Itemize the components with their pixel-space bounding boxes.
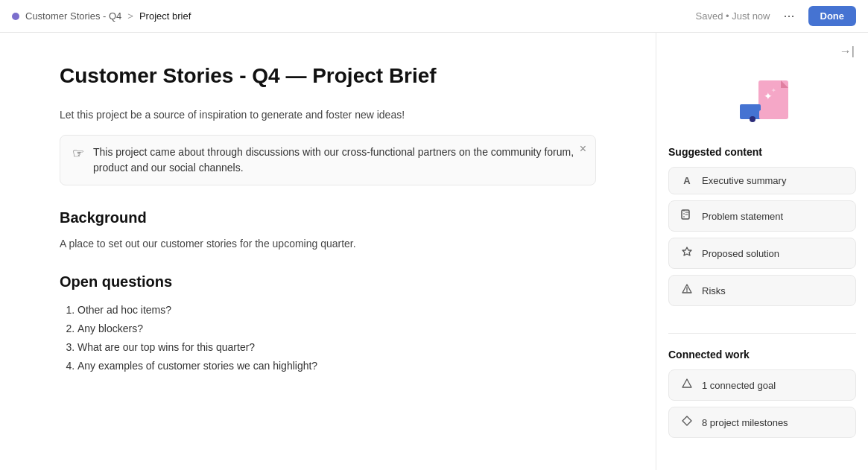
- svg-point-10: [686, 291, 687, 292]
- connected-goal-label: 1 connected goal: [702, 380, 776, 391]
- sidebar-illustration: ✦ ✦: [656, 64, 868, 146]
- milestone-icon: [679, 415, 694, 430]
- right-sidebar: →| ✦ ✦ Suggested content: [656, 33, 868, 470]
- executive-summary-icon: A: [679, 175, 694, 186]
- questions-list: Other ad hoc items?Any blockers?What are…: [60, 301, 596, 376]
- problem-statement-icon: [679, 209, 694, 223]
- topbar-actions: Saved • Just now ··· Done: [696, 5, 856, 27]
- notice-box: ☞ This project came about through discus…: [60, 135, 596, 185]
- list-item: Any examples of customer stories we can …: [77, 357, 596, 375]
- sidebar-card-proposed-solution[interactable]: Proposed solution: [668, 238, 856, 269]
- sidebar-card-executive-summary[interactable]: A Executive summary: [668, 167, 856, 194]
- more-icon: ···: [783, 8, 794, 24]
- list-item: Any blockers?: [77, 320, 596, 338]
- goal-icon: [679, 378, 694, 393]
- list-item: What are our top wins for this quarter?: [77, 338, 596, 357]
- breadcrumb-separator: >: [127, 10, 133, 22]
- background-text: A place to set out our customer stories …: [60, 235, 596, 252]
- done-button[interactable]: Done: [808, 6, 857, 26]
- more-options-button[interactable]: ···: [779, 5, 799, 27]
- connected-work-title: Connected work: [668, 349, 856, 361]
- proposed-solution-icon: [679, 246, 694, 261]
- breadcrumb: Customer Stories - Q4 > Project brief: [12, 10, 191, 22]
- svg-text:✦: ✦: [771, 87, 776, 94]
- suggested-content-title: Suggested content: [668, 146, 856, 158]
- breadcrumb-current-page: Project brief: [139, 10, 191, 22]
- main-layout: Customer Stories - Q4 — Project Brief Le…: [0, 33, 868, 470]
- illustration-svg: ✦ ✦: [725, 72, 799, 131]
- svg-point-6: [750, 116, 755, 122]
- svg-rect-5: [759, 110, 768, 119]
- background-heading: Background: [60, 209, 596, 226]
- collapse-sidebar-button[interactable]: →|: [837, 42, 858, 61]
- topbar: Customer Stories - Q4 > Project brief Sa…: [0, 0, 868, 33]
- saved-status: Saved • Just now: [696, 10, 770, 22]
- sidebar-divider: [668, 333, 856, 334]
- project-milestones-label: 8 project milestones: [702, 417, 788, 428]
- notice-text: This project came about through discussi…: [93, 145, 583, 176]
- sidebar-card-project-milestones[interactable]: 8 project milestones: [668, 407, 856, 438]
- sidebar-card-risks[interactable]: Risks: [668, 275, 856, 306]
- notice-close-button[interactable]: ×: [580, 143, 586, 155]
- proposed-solution-label: Proposed solution: [702, 248, 779, 259]
- content-area: Customer Stories - Q4 — Project Brief Le…: [0, 33, 656, 470]
- open-questions-heading: Open questions: [60, 273, 596, 290]
- doc-subtitle: Let this project be a source of inspirat…: [60, 107, 596, 123]
- hand-icon: ☞: [72, 145, 84, 162]
- sidebar-card-problem-statement[interactable]: Problem statement: [668, 200, 856, 232]
- risks-label: Risks: [702, 285, 726, 296]
- svg-rect-4: [740, 104, 761, 119]
- connected-work-section: Connected work 1 connected goal 8 projec…: [656, 349, 868, 459]
- page-title: Customer Stories - Q4 — Project Brief: [60, 63, 596, 89]
- list-item: Other ad hoc items?: [77, 301, 596, 320]
- breadcrumb-project-link[interactable]: Customer Stories - Q4: [25, 10, 121, 22]
- sidebar-collapse-area: →|: [656, 33, 868, 64]
- problem-statement-label: Problem statement: [702, 211, 783, 222]
- project-dot: [12, 13, 19, 20]
- sidebar-card-connected-goal[interactable]: 1 connected goal: [668, 369, 856, 401]
- risks-icon: [679, 283, 694, 298]
- executive-summary-label: Executive summary: [702, 175, 786, 186]
- suggested-content-section: Suggested content A Executive summary Pr…: [656, 146, 868, 327]
- svg-marker-8: [682, 247, 691, 255]
